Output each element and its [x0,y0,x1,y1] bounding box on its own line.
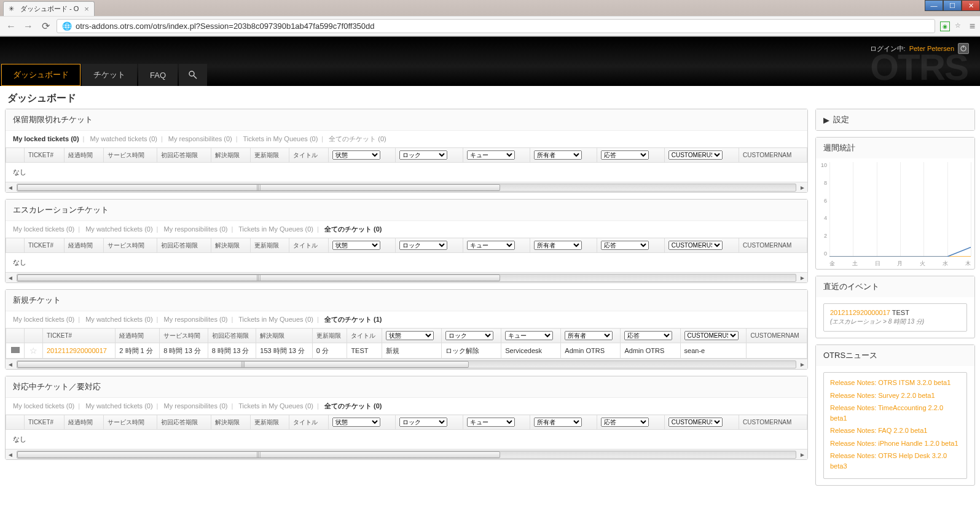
customeruser-filter[interactable]: CUSTOMERUS [668,418,723,427]
hscroll[interactable]: ◄|||► [6,449,807,459]
filter-watched[interactable]: My watched tickets (0) [85,316,152,323]
filter-all[interactable]: 全てのチケット (0) [324,402,382,410]
hscroll[interactable]: ◄|||► [6,182,807,192]
menu-icon[interactable]: ≡ [970,21,975,32]
col-customername[interactable]: CUSTOMERNAM [739,415,807,430]
owner-filter[interactable]: 所有者 [534,418,582,427]
owner-filter[interactable]: 所有者 [565,331,613,340]
news-link[interactable]: Release Notes: Survey 2.2.0 beta1 [830,391,960,401]
col-solution[interactable]: 解決期限 [211,238,251,253]
col-owner[interactable]: 所有者 [530,148,597,163]
col-elapsed[interactable]: 経過時間 [65,415,104,430]
col-update[interactable]: 更新期限 [250,415,289,430]
news-link[interactable]: Release Notes: iPhone Handle 1.2.0 beta1 [830,438,960,449]
col-first-response[interactable]: 初回応答期限 [157,148,211,163]
state-filter[interactable]: 状態 [332,418,380,427]
col-customeruser[interactable]: CUSTOMERUS [664,148,739,163]
responsible-filter[interactable]: 応答 [601,241,649,250]
window-close[interactable]: ✕ [962,0,980,11]
col-customername[interactable]: CUSTOMERNAM [739,148,807,163]
filter-locked[interactable]: My locked tickets (0) [13,402,74,410]
col-responsible[interactable]: 応答 [597,148,664,163]
hscroll[interactable]: ◄|||► [6,359,807,369]
filter-responsible[interactable]: My responsibilites (0) [164,316,228,323]
filter-queues[interactable]: Tickets in My Queues (0) [238,316,313,323]
col-ticket[interactable]: TICKET# [43,329,116,343]
news-link[interactable]: Release Notes: OTRS Help Desk 3.2.0 beta… [830,451,960,471]
col-ticket[interactable]: TICKET# [25,238,65,253]
filter-watched[interactable]: My watched tickets (0) [90,135,157,142]
col-title[interactable]: タイトル [289,148,329,163]
col-update[interactable]: 更新期限 [250,148,289,163]
col-responsible[interactable]: 応答 [597,415,664,430]
filter-locked[interactable]: My locked tickets (0) [13,225,74,233]
back-button[interactable]: ← [5,20,17,33]
filter-responsible[interactable]: My responsibilites (0) [164,402,228,410]
nav-dashboard[interactable]: ダッシュボード [1,64,80,86]
filter-all[interactable]: 全てのチケット (0) [329,135,386,142]
col-customername[interactable]: CUSTOMERNAM [739,238,807,253]
col-title[interactable]: タイトル [289,238,329,253]
filter-queues[interactable]: Tickets in My Queues (0) [238,402,313,410]
browser-tab[interactable]: ✳ ダッシュボード - O × [3,1,95,16]
address-bar[interactable]: 🌐 otrs-addons.otrs.com/otrs/index.pl?Ses… [57,19,935,33]
col-lock[interactable]: ロック [442,329,501,343]
col-first-response[interactable]: 初回応答期限 [157,238,211,253]
filter-responsible[interactable]: My responsibilites (0) [164,225,228,233]
nav-tickets[interactable]: チケット [82,64,137,86]
col-update[interactable]: 更新期限 [250,238,289,253]
filter-queues[interactable]: Tickets in My Queues (0) [238,225,313,233]
col-elapsed[interactable]: 経過時間 [65,148,104,163]
filter-responsible[interactable]: My responsibilites (0) [168,135,232,142]
col-title[interactable]: タイトル [347,329,382,343]
state-filter[interactable]: 状態 [386,331,434,340]
col-service[interactable]: サービス時間 [103,238,157,253]
filter-queues[interactable]: Tickets in My Queues (0) [243,135,318,142]
lock-filter[interactable]: ロック [399,418,447,427]
col-responsible[interactable]: 応答 [621,329,680,343]
col-queue[interactable]: キュー [463,148,530,163]
col-elapsed[interactable]: 経過時間 [65,238,104,253]
lock-filter[interactable]: ロック [399,150,447,160]
filter-all[interactable]: 全てのチケット (1) [324,316,382,323]
flag-cell[interactable] [6,343,25,359]
queue-filter[interactable]: キュー [467,150,515,160]
window-minimize[interactable]: — [925,0,943,11]
col-elapsed[interactable]: 経過時間 [116,329,160,343]
sidebar-settings[interactable]: ▶設定 [815,109,975,131]
news-link[interactable]: Release Notes: TimeAccounting 2.2.0 beta… [830,403,960,423]
nav-faq[interactable]: FAQ [138,64,178,86]
col-lock[interactable]: ロック [396,415,463,430]
window-maximize[interactable]: ☐ [943,0,962,11]
filter-watched[interactable]: My watched tickets (0) [85,402,152,410]
logout-button[interactable] [958,43,969,54]
col-customername[interactable]: CUSTOMERNAM [747,329,807,343]
col-ticket[interactable]: TICKET# [25,148,65,163]
col-customeruser[interactable]: CUSTOMERUS [680,329,747,343]
customeruser-filter[interactable]: CUSTOMERUS [668,150,723,160]
col-state[interactable]: 状態 [329,415,396,430]
ticket-link[interactable]: 2012112920000017 [47,347,107,354]
star-cell[interactable]: ☆ [25,343,43,359]
tab-close-icon[interactable]: × [84,4,89,14]
col-state[interactable]: 状態 [382,329,441,343]
col-queue[interactable]: キュー [501,329,561,343]
col-service[interactable]: サービス時間 [103,415,157,430]
col-queue[interactable]: キュー [463,238,530,253]
col-solution[interactable]: 解決期限 [211,415,251,430]
col-first-response[interactable]: 初回応答期限 [157,415,211,430]
user-link[interactable]: Peter Petersen [909,45,954,52]
col-owner[interactable]: 所有者 [530,238,597,253]
col-customeruser[interactable]: CUSTOMERUS [664,415,739,430]
state-filter[interactable]: 状態 [332,150,380,160]
col-responsible[interactable]: 応答 [597,238,664,253]
responsible-filter[interactable]: 応答 [624,331,672,340]
extension-icon[interactable]: ◉ [940,21,950,31]
hscroll[interactable]: ◄|||► [6,272,807,282]
responsible-filter[interactable]: 応答 [601,418,649,427]
forward-button[interactable]: → [22,20,34,33]
news-link[interactable]: Release Notes: FAQ 2.2.0 beta1 [830,426,960,436]
col-update[interactable]: 更新期限 [312,329,347,343]
col-solution[interactable]: 解決期限 [256,329,313,343]
col-lock[interactable]: ロック [396,148,463,163]
